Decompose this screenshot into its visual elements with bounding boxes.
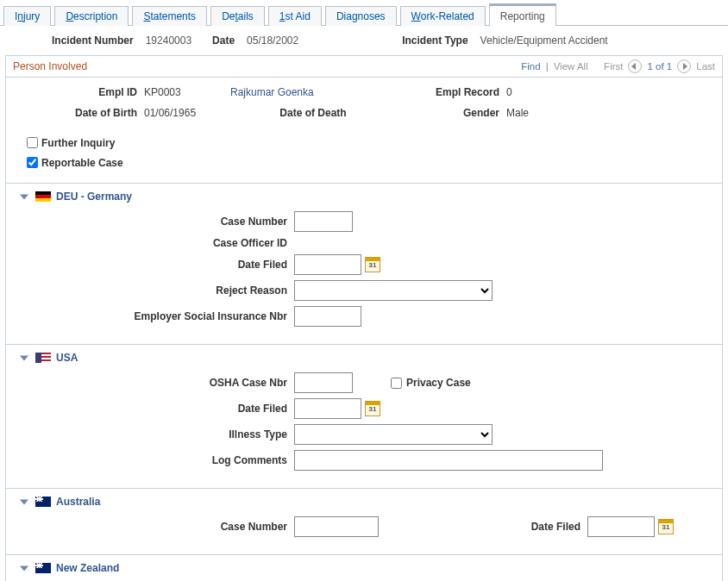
gender-value: Male: [506, 107, 593, 119]
deu-reject-reason-label: Reject Reason: [20, 284, 294, 297]
collapse-toggle-icon[interactable]: [20, 355, 28, 360]
usa-flag-icon: [35, 353, 51, 363]
tab-description[interactable]: Description: [54, 6, 129, 26]
next-icon[interactable]: [677, 59, 691, 73]
usa-privacy-label: Privacy Case: [406, 377, 471, 389]
usa-block: USA OSHA Case Nbr Privacy Case Date File…: [6, 344, 722, 488]
deu-employer-sin-input[interactable]: [294, 306, 361, 327]
gender-label: Gender: [403, 107, 506, 119]
aus-date-filed-label: Date Filed: [524, 521, 587, 533]
australia-flag-icon: [35, 497, 51, 507]
calendar-icon[interactable]: [365, 257, 380, 272]
deu-date-filed-input[interactable]: [294, 254, 361, 275]
emplid-label: Empl ID: [23, 86, 144, 98]
deu-block: DEU - Germany Case Number Case Officer I…: [6, 183, 722, 344]
incident-number-label: Incident Number: [52, 34, 141, 47]
aus-title: Australia: [56, 496, 100, 508]
emplid-value: KP0003: [144, 86, 230, 98]
tab-reporting[interactable]: Reporting: [489, 3, 556, 26]
tab-strip: Injury Description Statements Details 1s…: [0, 0, 728, 26]
collapse-toggle-icon[interactable]: [20, 499, 28, 504]
deu-employer-sin-label: Employer Social Insurance Nbr: [20, 310, 294, 322]
germany-flag-icon: [35, 191, 51, 202]
tab-details[interactable]: Details: [210, 6, 265, 26]
tab-injury[interactable]: Injury: [3, 6, 51, 26]
person-involved-section: Person Involved Find | View All First 1 …: [5, 55, 723, 581]
usa-osha-input[interactable]: [294, 372, 353, 393]
employee-name-link[interactable]: Rajkumar Goenka: [230, 86, 403, 98]
tab-statements[interactable]: Statements: [132, 6, 207, 26]
nzl-block: New Zealand Case Number Date Filed: [6, 554, 722, 581]
aus-date-filed-input[interactable]: [587, 516, 655, 537]
empl-record-value: 0: [506, 86, 593, 98]
usa-date-filed-label: Date Filed: [20, 403, 294, 415]
incident-type-value: Vehicle/Equipment Accident: [480, 34, 608, 47]
usa-date-filed-input[interactable]: [294, 398, 361, 419]
find-link[interactable]: Find: [521, 61, 540, 72]
dob-value: 01/06/1965: [144, 107, 230, 119]
tab-diagnoses[interactable]: Diagnoses: [325, 6, 397, 26]
usa-osha-label: OSHA Case Nbr: [20, 377, 294, 389]
empl-record-label: Empl Record: [403, 86, 506, 98]
deu-title: DEU - Germany: [56, 191, 132, 203]
deu-case-number-label: Case Number: [20, 216, 294, 228]
view-all-link[interactable]: View All: [554, 61, 588, 72]
incident-summary: Incident Number 19240003 Date 05/18/2002…: [0, 26, 728, 55]
further-inquiry-checkbox[interactable]: [27, 137, 38, 148]
dod-label: Date of Death: [230, 107, 403, 119]
usa-illness-type-select[interactable]: [294, 424, 493, 445]
deu-case-number-input[interactable]: [294, 211, 353, 232]
usa-log-comments-label: Log Comments: [20, 454, 294, 466]
tab-first-aid[interactable]: 1st Aid: [268, 6, 322, 26]
record-counter: 1 of 1: [647, 61, 672, 72]
incident-number-value: 19240003: [146, 34, 191, 47]
first-link[interactable]: First: [604, 61, 623, 72]
calendar-icon[interactable]: [365, 401, 380, 416]
nzl-title: New Zealand: [56, 562, 119, 574]
usa-title: USA: [56, 352, 78, 364]
incident-type-label: Incident Type: [402, 34, 474, 47]
incident-date-label: Date: [212, 34, 242, 47]
usa-privacy-checkbox[interactable]: [391, 378, 402, 389]
reportable-case-checkbox[interactable]: [27, 157, 38, 168]
new-zealand-flag-icon: [35, 563, 51, 573]
prev-icon[interactable]: [628, 59, 642, 73]
tab-work-related[interactable]: Work-Related: [400, 6, 486, 26]
further-inquiry-label: Further Inquiry: [41, 137, 122, 149]
calendar-icon[interactable]: [658, 519, 674, 534]
incident-date-value: 05/18/2002: [247, 34, 298, 47]
aus-case-number-input[interactable]: [294, 516, 379, 537]
deu-case-officer-label: Case Officer ID: [20, 237, 294, 249]
deu-reject-reason-select[interactable]: [294, 280, 493, 301]
aus-case-number-label: Case Number: [20, 521, 294, 533]
usa-log-comments-input[interactable]: [294, 450, 603, 471]
aus-block: Australia Case Number Date Filed: [6, 488, 722, 554]
usa-illness-type-label: Illness Type: [20, 428, 294, 440]
section-title: Person Involved: [13, 60, 87, 72]
deu-date-filed-label: Date Filed: [20, 259, 294, 271]
last-link[interactable]: Last: [696, 61, 715, 72]
collapse-toggle-icon[interactable]: [20, 194, 28, 199]
dob-label: Date of Birth: [23, 107, 144, 119]
collapse-toggle-icon[interactable]: [20, 565, 28, 571]
reportable-case-label: Reportable Case: [41, 157, 130, 169]
